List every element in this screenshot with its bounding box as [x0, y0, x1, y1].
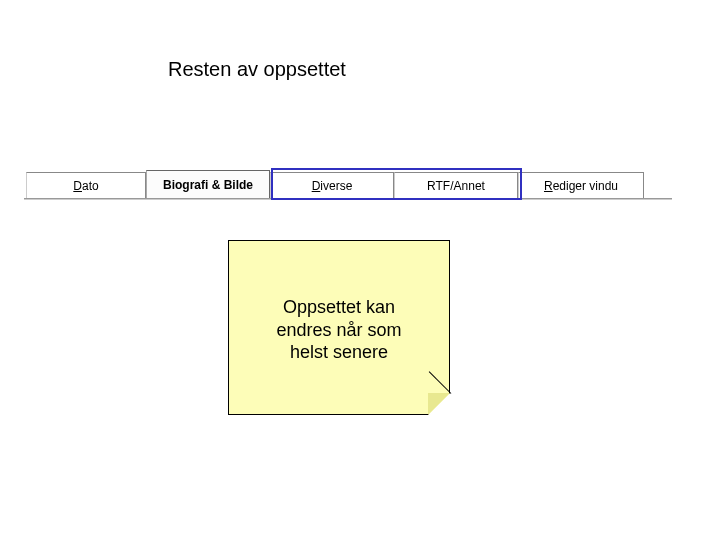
page-title: Resten av oppsettet [168, 58, 346, 81]
note-line-1: Oppsettet kan [229, 296, 449, 319]
tab-biografi[interactable]: Biografi & Bilde [146, 170, 270, 198]
tab-rediger[interactable]: Rediger vindu [518, 172, 644, 198]
tab-biografi-label: Biografi & Bilde [163, 178, 253, 192]
tabs-underline [24, 198, 672, 200]
page-curl-icon [428, 393, 450, 415]
tab-dato[interactable]: Dato [26, 172, 146, 198]
tab-dato-label: Dato [73, 179, 98, 193]
tab-diverse[interactable]: Diverse [270, 172, 394, 198]
note-line-2: endres når som [229, 319, 449, 342]
tab-diverse-label: Diverse [312, 179, 353, 193]
tab-rtf-label: RTF/Annet [427, 179, 485, 193]
note-line-3: helst senere [229, 341, 449, 364]
tab-rtf[interactable]: RTF/Annet [394, 172, 518, 198]
sticky-note: Oppsettet kan endres når som helst sener… [228, 240, 450, 415]
tab-rediger-label: Rediger vindu [544, 179, 618, 193]
tabs-container: Dato Biografi & Bilde Diverse RTF/Annet … [26, 172, 644, 198]
